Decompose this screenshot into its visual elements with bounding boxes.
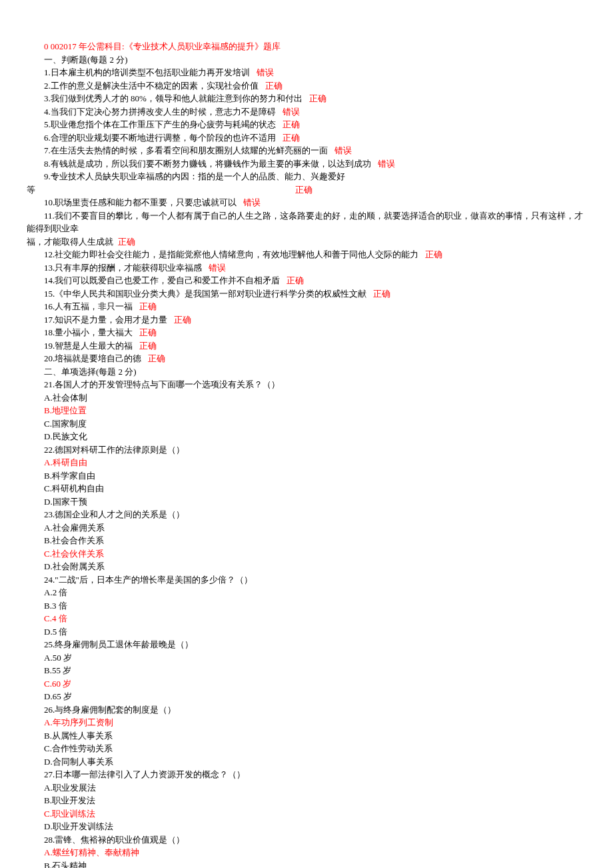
- option-label: C.: [44, 809, 52, 819]
- mc-option: D.社会附属关系: [27, 560, 586, 573]
- question-number: 5.: [44, 119, 51, 129]
- question-number: 10.: [44, 197, 55, 207]
- judge-answer: 正确: [295, 185, 312, 195]
- judge-question-continuation: 福，才能取得人生成就 正确: [27, 235, 586, 249]
- mc-option: A.社会体制: [27, 391, 586, 405]
- option-label: D.: [44, 821, 53, 831]
- question-number: 16.: [44, 301, 55, 311]
- option-text: 年功序列工资制: [53, 717, 113, 727]
- mc-option: B.科学家自由: [27, 469, 586, 483]
- question-text: 在生活失去热情的时候，多看看空间和朋友圈别人炫耀的光鲜亮丽的一面: [51, 145, 328, 155]
- section-2-header: 二、单项选择(每题 2 分): [27, 365, 586, 379]
- mc-option: D.民族文化: [27, 430, 586, 443]
- question-text: 《中华人民共和国职业分类大典》是我国第一部对职业进行科学分类的权威性文献: [55, 289, 366, 299]
- judge-answer: 正确: [174, 315, 191, 325]
- question-text: 只有丰厚的报酬，才能获得职业幸福感: [55, 263, 202, 273]
- judge-question: 18.量小福小，量大福大 正确: [27, 326, 586, 339]
- option-label: A.: [44, 587, 53, 597]
- question-text: 日本雇主机构的培训类型不包括职业能力再开发培训: [51, 67, 250, 77]
- question-number: 25.: [44, 639, 55, 649]
- mc-option: C.4 倍: [27, 612, 586, 625]
- judge-answer: 正确: [283, 119, 300, 129]
- option-text: 社会合作关系: [52, 535, 104, 545]
- question-text: 雷锋、焦裕禄的职业价值观是（）: [55, 835, 185, 845]
- judge-question: 4.当我们下定决心努力拼搏改变人生的时候，意志力不是障碍 错误: [27, 105, 586, 119]
- judge-answer: 错误: [334, 145, 352, 155]
- judge-question: 15.《中华人民共和国职业分类大典》是我国第一部对职业进行科学分类的权威性文献 …: [27, 287, 586, 301]
- mc-option: A.年功序列工资制: [27, 716, 586, 729]
- mc-option: B.55 岁: [27, 664, 586, 677]
- mc-option: A.社会雇佣关系: [27, 521, 586, 535]
- option-text: 科研自由: [53, 457, 87, 467]
- option-text: 石头精神: [52, 861, 87, 869]
- mc-option: D.65 岁: [27, 690, 586, 703]
- option-text: 职业训练法: [52, 809, 95, 819]
- judge-question: 6.合理的职业规划要不断地进行调整，每个阶段的也许不适用 正确: [27, 131, 586, 145]
- section-1-header: 一、判断题(每题 2 分): [27, 53, 586, 67]
- option-text: 50 岁: [53, 653, 72, 663]
- judge-question: 10.职场里责任感和能力都不重要，只要忠诚就可以 错误: [27, 196, 586, 209]
- judge-answer: 错误: [243, 197, 261, 207]
- option-text: 2 倍: [53, 587, 68, 597]
- question-text: 工作的意义是解决生活中不稳定的因素，实现社会价值: [51, 81, 259, 91]
- mc-question: 22.德国对科研工作的法律原则是（）: [27, 443, 586, 457]
- question-number: 21.: [44, 379, 55, 389]
- question-text: 各国人才的开发管理特点与下面哪一个选项没有关系？（）: [55, 379, 280, 389]
- option-text: 科研机构自由: [52, 483, 104, 493]
- question-text: 培福就是要培自己的德: [55, 353, 141, 363]
- judge-answer: 错误: [378, 159, 395, 169]
- judge-question: 7.在生活失去热情的时候，多看看空间和朋友圈别人炫耀的光鲜亮丽的一面 错误: [27, 144, 586, 157]
- option-label: B.: [44, 601, 52, 611]
- question-number: 15.: [44, 289, 55, 299]
- option-text: 国家制度: [52, 419, 87, 429]
- mc-option: C.合作性劳动关系: [27, 742, 586, 755]
- question-text: 人有五福，非只一福: [55, 301, 133, 311]
- mc-question: 28.雷锋、焦裕禄的职业价值观是（）: [27, 833, 586, 847]
- option-text: 社会雇佣关系: [53, 523, 105, 533]
- judge-question: 2.工作的意义是解决生活中不稳定的因素，实现社会价值 正确: [27, 79, 586, 93]
- option-label: C.: [44, 743, 52, 753]
- option-label: A.: [44, 717, 53, 727]
- question-number: 8.: [44, 159, 51, 169]
- option-label: A.: [44, 653, 53, 663]
- option-text: 民族文化: [53, 431, 87, 441]
- question-number: 19.: [44, 341, 55, 351]
- question-number: 26.: [44, 705, 55, 715]
- mc-option: B.从属性人事关系: [27, 729, 586, 743]
- option-text: 60 岁: [52, 679, 71, 689]
- option-text: 从属性人事关系: [52, 731, 113, 741]
- question-number: 20.: [44, 353, 55, 363]
- question-number: 6.: [44, 133, 51, 143]
- question-text: 德国企业和人才之间的关系是（）: [55, 509, 185, 519]
- option-text: 职业发展法: [53, 783, 96, 793]
- mc-question: 24."二战"后，日本生产的增长率是美国的多少倍？（）: [27, 573, 586, 587]
- judge-answer: 正确: [287, 275, 304, 285]
- judge-question: 3.我们做到优秀人才的 80%，领导和他人就能注意到你的努力和付出 正确: [27, 92, 586, 105]
- mc-option: A.2 倍: [27, 586, 586, 599]
- judge-answer: 错误: [283, 107, 300, 117]
- option-text: 社会伙伴关系: [52, 549, 104, 559]
- judge-answer: 正确: [309, 93, 326, 103]
- judge-answer: 错误: [209, 263, 226, 273]
- question-text: 终身雇佣制员工退休年龄最晚是（）: [55, 639, 193, 649]
- option-text: 4 倍: [52, 613, 67, 623]
- judge-question: 19.智慧是人生最大的福 正确: [27, 339, 586, 353]
- option-label: D.: [44, 431, 53, 441]
- judge-question: 8.有钱就是成功，所以我们要不断努力赚钱，将赚钱作为最主要的事来做，以达到成功 …: [27, 157, 586, 171]
- option-label: D.: [44, 627, 53, 637]
- option-text: 合同制人事关系: [53, 757, 113, 767]
- question-number: 24.: [44, 575, 55, 585]
- option-label: C.: [44, 613, 52, 623]
- option-text: 3 倍: [52, 601, 67, 611]
- section-header-text: 一、判断题(每题 2 分): [44, 55, 128, 65]
- question-number: 11.: [44, 211, 55, 221]
- judge-answer: 正确: [148, 353, 165, 363]
- question-text: 职场里责任感和能力都不重要，只要忠诚就可以: [55, 197, 237, 207]
- judge-answer: 正确: [265, 81, 283, 91]
- option-label: C.: [44, 679, 52, 689]
- mc-question: 26.与终身雇佣制配套的制度是（）: [27, 703, 586, 717]
- question-number: 12.: [44, 249, 55, 259]
- option-text: 地理位置: [52, 405, 87, 415]
- judge-question: 17.知识不是力量，会用才是力量 正确: [27, 313, 586, 327]
- judge-answer: 正确: [139, 301, 157, 311]
